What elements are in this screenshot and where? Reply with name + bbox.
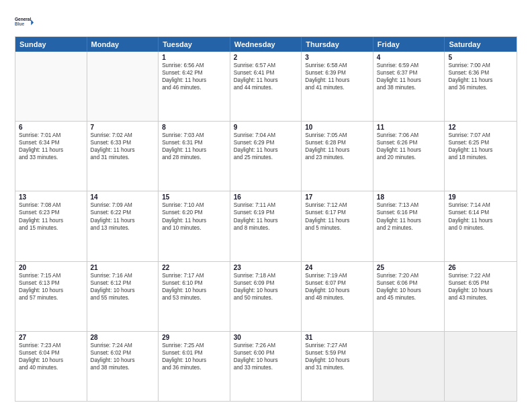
calendar-cell: 28Sunrise: 7:24 AMSunset: 6:02 PMDayligh… — [87, 332, 159, 401]
cell-line: Daylight: 11 hours — [448, 217, 513, 224]
cell-line: and 25 minutes. — [234, 154, 298, 161]
cell-line: Sunset: 6:09 PM — [234, 279, 298, 287]
logo: GeneralBlue — [15, 12, 34, 31]
cell-line: Sunrise: 6:56 AM — [162, 62, 226, 69]
cell-line: Sunset: 6:01 PM — [162, 349, 226, 357]
day-number: 7 — [91, 124, 155, 131]
cell-line: Sunset: 5:59 PM — [305, 349, 369, 357]
cell-line: Sunset: 6:42 PM — [162, 69, 226, 77]
day-number: 31 — [305, 334, 369, 341]
weekday-header: Wednesday — [230, 37, 302, 52]
weekday-header: Saturday — [445, 37, 517, 52]
cell-line: Daylight: 11 hours — [377, 217, 441, 224]
cell-line: and 41 minutes. — [305, 84, 369, 91]
cell-line: and 5 minutes. — [305, 224, 369, 232]
calendar-cell: 16Sunrise: 7:11 AMSunset: 6:19 PMDayligh… — [230, 191, 302, 261]
calendar-cell: 21Sunrise: 7:16 AMSunset: 6:12 PMDayligh… — [87, 262, 159, 331]
cell-line: Sunset: 6:00 PM — [234, 349, 298, 357]
cell-line: and 57 minutes. — [19, 294, 83, 302]
cell-line: Sunrise: 7:25 AM — [162, 342, 226, 349]
cell-line: and 38 minutes. — [91, 364, 155, 371]
calendar-cell: 7Sunrise: 7:02 AMSunset: 6:33 PMDaylight… — [87, 122, 159, 191]
cell-line: Daylight: 11 hours — [305, 77, 369, 84]
cell-line: and 28 minutes. — [162, 154, 226, 161]
cell-line: Daylight: 11 hours — [234, 146, 298, 154]
cell-line: Daylight: 11 hours — [377, 77, 441, 84]
cell-line: and 31 minutes. — [305, 364, 369, 371]
cell-line: Sunrise: 7:11 AM — [234, 201, 298, 209]
day-number: 16 — [234, 193, 298, 201]
cell-line: Sunrise: 7:14 AM — [448, 201, 513, 209]
day-number: 21 — [91, 264, 155, 271]
cell-line: Daylight: 10 hours — [377, 287, 441, 294]
cell-line: and 23 minutes. — [305, 154, 369, 161]
cell-line: and 31 minutes. — [91, 154, 155, 161]
calendar-cell: 6Sunrise: 7:01 AMSunset: 6:34 PMDaylight… — [15, 122, 87, 191]
cell-line: Sunset: 6:22 PM — [91, 209, 155, 216]
calendar-body: 1Sunrise: 6:56 AMSunset: 6:42 PMDaylight… — [15, 52, 517, 401]
cell-line: Sunset: 6:26 PM — [377, 139, 441, 146]
day-number: 11 — [377, 124, 441, 131]
calendar-cell: 31Sunrise: 7:27 AMSunset: 5:59 PMDayligh… — [302, 332, 373, 401]
calendar-row: 6Sunrise: 7:01 AMSunset: 6:34 PMDaylight… — [15, 122, 517, 191]
calendar-cell — [87, 52, 159, 121]
day-number: 19 — [448, 193, 513, 201]
day-number: 4 — [377, 54, 441, 61]
day-number: 6 — [19, 124, 83, 131]
calendar-cell — [445, 332, 517, 401]
cell-line: Daylight: 10 hours — [305, 287, 369, 294]
cell-line: and 10 minutes. — [162, 224, 226, 232]
cell-line: Sunset: 6:28 PM — [305, 139, 369, 146]
cell-line: Daylight: 10 hours — [234, 287, 298, 294]
day-number: 26 — [448, 264, 513, 271]
day-number: 23 — [234, 264, 298, 271]
cell-line: Sunrise: 7:01 AM — [19, 132, 83, 139]
calendar-cell: 5Sunrise: 7:00 AMSunset: 6:36 PMDaylight… — [445, 52, 517, 121]
cell-line: and 46 minutes. — [162, 84, 226, 91]
cell-line: and 50 minutes. — [234, 294, 298, 302]
svg-marker-2 — [31, 19, 34, 25]
calendar-cell: 17Sunrise: 7:12 AMSunset: 6:17 PMDayligh… — [302, 191, 373, 261]
cell-line: and 38 minutes. — [377, 84, 441, 91]
day-number: 24 — [305, 264, 369, 271]
page: GeneralBlue SundayMondayTuesdayWednesday… — [0, 0, 532, 411]
calendar-cell: 27Sunrise: 7:23 AMSunset: 6:04 PMDayligh… — [15, 332, 87, 401]
cell-line: Daylight: 11 hours — [162, 217, 226, 224]
calendar-cell: 19Sunrise: 7:14 AMSunset: 6:14 PMDayligh… — [445, 191, 517, 261]
cell-line: Sunset: 6:36 PM — [448, 69, 513, 77]
cell-line: Daylight: 10 hours — [19, 357, 83, 364]
cell-line: Sunset: 6:33 PM — [91, 139, 155, 146]
calendar-cell: 23Sunrise: 7:18 AMSunset: 6:09 PMDayligh… — [230, 262, 302, 331]
cell-line: Daylight: 11 hours — [448, 77, 513, 84]
cell-line: Sunrise: 7:08 AM — [19, 201, 83, 209]
calendar-cell: 8Sunrise: 7:03 AMSunset: 6:31 PMDaylight… — [159, 122, 230, 191]
cell-line: Sunrise: 6:59 AM — [377, 62, 441, 69]
cell-line: Sunset: 6:41 PM — [234, 69, 298, 77]
cell-line: Sunset: 6:19 PM — [234, 209, 298, 216]
day-number: 17 — [305, 193, 369, 201]
calendar-cell: 11Sunrise: 7:06 AMSunset: 6:26 PMDayligh… — [373, 122, 445, 191]
calendar-cell: 14Sunrise: 7:09 AMSunset: 6:22 PMDayligh… — [87, 191, 159, 261]
day-number: 14 — [91, 193, 155, 201]
weekday-header: Tuesday — [159, 37, 230, 52]
weekday-header: Thursday — [302, 37, 373, 52]
day-number: 18 — [377, 193, 441, 201]
cell-line: Daylight: 11 hours — [91, 146, 155, 154]
cell-line: Sunset: 6:37 PM — [377, 69, 441, 77]
cell-line: Daylight: 11 hours — [305, 146, 369, 154]
calendar-cell: 24Sunrise: 7:19 AMSunset: 6:07 PMDayligh… — [302, 262, 373, 331]
calendar-cell: 30Sunrise: 7:26 AMSunset: 6:00 PMDayligh… — [230, 332, 302, 401]
cell-line: and 33 minutes. — [19, 154, 83, 161]
cell-line: Sunset: 6:13 PM — [19, 279, 83, 287]
calendar-cell: 13Sunrise: 7:08 AMSunset: 6:23 PMDayligh… — [15, 191, 87, 261]
calendar-header: SundayMondayTuesdayWednesdayThursdayFrid… — [15, 37, 517, 52]
cell-line: Daylight: 11 hours — [91, 217, 155, 224]
cell-line: Sunrise: 7:16 AM — [91, 272, 155, 279]
day-number: 20 — [19, 264, 83, 271]
cell-line: Sunrise: 7:23 AM — [19, 342, 83, 349]
cell-line: Sunrise: 7:20 AM — [377, 272, 441, 279]
cell-line: Daylight: 11 hours — [162, 146, 226, 154]
cell-line: Daylight: 11 hours — [162, 77, 226, 84]
calendar-row: 13Sunrise: 7:08 AMSunset: 6:23 PMDayligh… — [15, 191, 517, 261]
cell-line: Sunrise: 6:58 AM — [305, 62, 369, 69]
